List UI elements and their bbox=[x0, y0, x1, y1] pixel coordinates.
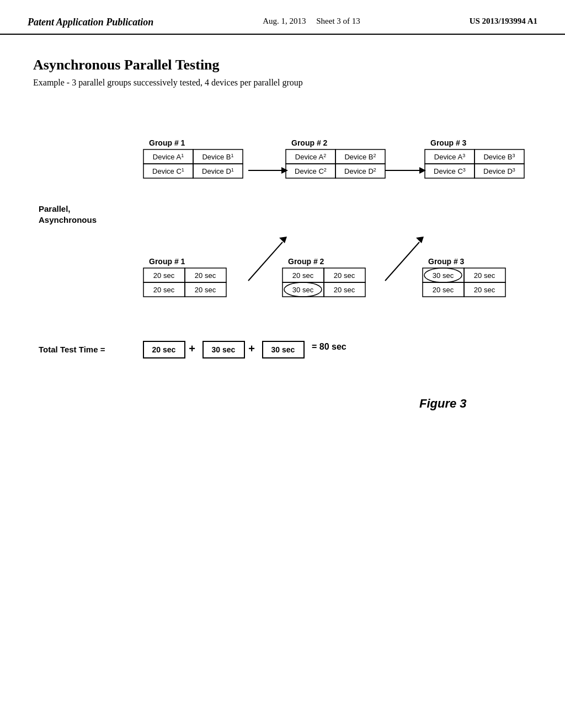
svg-text:20 sec: 20 sec bbox=[334, 271, 355, 280]
publication-date: Aug. 1, 2013 bbox=[263, 17, 306, 25]
svg-text:Device C2: Device C2 bbox=[295, 167, 327, 175]
svg-line-37 bbox=[248, 242, 282, 281]
total-test-label: Total Test Time = bbox=[39, 345, 105, 354]
svg-marker-50 bbox=[416, 237, 424, 243]
svg-text:Device B3: Device B3 bbox=[483, 153, 515, 161]
subtitle: Example - 3 parallel groups successively… bbox=[33, 78, 532, 88]
svg-text:20 sec: 20 sec bbox=[474, 271, 495, 280]
publication-title: Patent Application Publication bbox=[28, 17, 153, 28]
svg-line-49 bbox=[385, 242, 419, 281]
group2-label: Group # 2 bbox=[291, 138, 328, 147]
svg-text:Device A1: Device A1 bbox=[153, 153, 184, 161]
group3-label: Group # 3 bbox=[430, 138, 467, 147]
svg-text:Device D2: Device D2 bbox=[344, 167, 376, 175]
main-content: Asynchronous Parallel Testing Example - … bbox=[0, 35, 565, 590]
svg-text:+: + bbox=[189, 342, 195, 355]
svg-text:30 sec: 30 sec bbox=[433, 271, 454, 280]
svg-text:20 sec: 20 sec bbox=[334, 286, 355, 294]
svg-text:20 sec: 20 sec bbox=[433, 286, 454, 294]
svg-text:Device B2: Device B2 bbox=[344, 153, 376, 161]
svg-text:Device D1: Device D1 bbox=[202, 167, 234, 175]
svg-text:20 sec: 20 sec bbox=[152, 345, 176, 354]
header-center: Aug. 1, 2013 Sheet 3 of 13 bbox=[263, 17, 360, 26]
svg-text:20 sec: 20 sec bbox=[474, 286, 495, 294]
svg-marker-9 bbox=[281, 167, 288, 174]
svg-text:20 sec: 20 sec bbox=[153, 271, 175, 280]
svg-text:Group # 3: Group # 3 bbox=[428, 257, 465, 266]
svg-text:30 sec: 30 sec bbox=[212, 345, 236, 354]
page-header: Patent Application Publication Aug. 1, 2… bbox=[0, 0, 565, 35]
svg-text:+: + bbox=[248, 342, 255, 355]
svg-text:Device C1: Device C1 bbox=[152, 167, 184, 175]
svg-text:Device A2: Device A2 bbox=[295, 153, 326, 161]
svg-text:Device A3: Device A3 bbox=[434, 153, 465, 161]
svg-text:Device B1: Device B1 bbox=[202, 153, 233, 161]
svg-text:Group # 2: Group # 2 bbox=[288, 257, 324, 266]
svg-text:30 sec: 30 sec bbox=[292, 286, 314, 294]
svg-marker-38 bbox=[279, 237, 287, 243]
main-title: Asynchronous Parallel Testing bbox=[33, 57, 532, 73]
svg-text:20 sec: 20 sec bbox=[195, 271, 216, 280]
svg-text:20 sec: 20 sec bbox=[195, 286, 216, 294]
diagram-svg: Parallel, Asynchronous Group # 1 Device … bbox=[33, 115, 557, 568]
svg-text:Device C3: Device C3 bbox=[434, 167, 466, 175]
svg-text:Device D3: Device D3 bbox=[483, 167, 515, 175]
svg-text:20 sec: 20 sec bbox=[153, 286, 175, 294]
patent-number: US 2013/193994 A1 bbox=[470, 17, 537, 26]
svg-text:= 80 sec: = 80 sec bbox=[312, 342, 347, 351]
parallel-label: Parallel, bbox=[39, 204, 71, 213]
svg-text:20 sec: 20 sec bbox=[292, 271, 314, 280]
svg-text:Group # 1: Group # 1 bbox=[149, 257, 185, 266]
svg-text:30 sec: 30 sec bbox=[271, 345, 295, 354]
async-label: Asynchronous bbox=[39, 215, 97, 224]
sheet-info: Sheet 3 of 13 bbox=[316, 17, 360, 25]
group1-label: Group # 1 bbox=[149, 138, 185, 147]
figure-label: Figure 3 bbox=[419, 397, 467, 410]
